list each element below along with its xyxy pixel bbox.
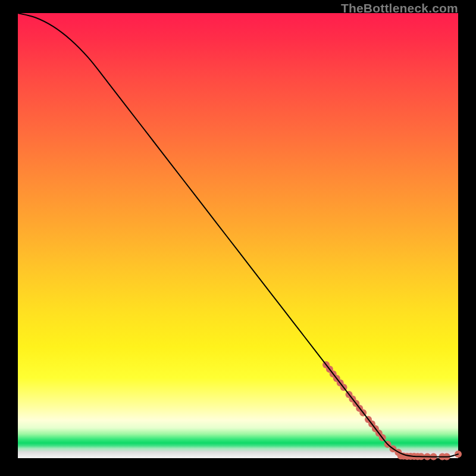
main-curve [18,13,458,457]
watermark-text: TheBottleneck.com [341,1,458,15]
chart-svg [18,13,458,458]
dot-layer [322,361,462,461]
chart-frame: TheBottleneck.com [0,0,476,476]
